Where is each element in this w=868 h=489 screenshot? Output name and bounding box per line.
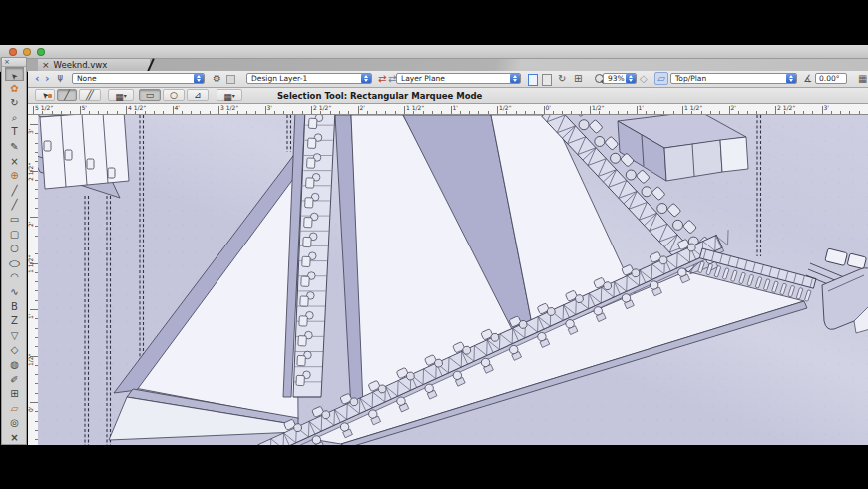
symbol-insert-tool[interactable]: ⊞ — [5, 387, 24, 401]
oval-tool[interactable]: ○ — [5, 256, 24, 270]
multi-view-icon[interactable]: ⊞ — [574, 72, 582, 85]
layer-plane-combobox[interactable]: Layer Plane — [396, 73, 521, 84]
ruler-label: 4' — [175, 104, 180, 111]
rounded-rectangle-tool[interactable]: ▢ — [5, 228, 24, 242]
locus-tool[interactable]: ▱ — [5, 402, 24, 416]
refresh-icon[interactable]: ↻ — [558, 72, 566, 85]
ruler-tick — [70, 111, 71, 114]
polyline-tool[interactable]: ✎ — [5, 140, 24, 154]
angle-icon: ∡ — [803, 72, 812, 85]
ruler-tick — [135, 111, 136, 114]
design-layer-combobox[interactable]: Design Layer-1 — [246, 73, 372, 84]
constraint-icon[interactable]: ▦ — [858, 72, 867, 85]
mode-grid-icon: ▦ — [223, 92, 232, 102]
ruler-tick — [191, 111, 192, 114]
combo-arrows-icon[interactable] — [194, 74, 204, 83]
arc-tool-icon: ◠ — [10, 271, 19, 282]
text-tool[interactable]: T — [5, 125, 24, 139]
ruler-label: 1 1/2" — [406, 104, 424, 111]
ruler-tick — [525, 111, 526, 114]
double-line-tool[interactable]: ╱ — [5, 198, 24, 212]
zoom-tool[interactable]: ⌕ — [5, 111, 24, 125]
ruler-tick — [738, 111, 739, 114]
minimize-window-button[interactable] — [23, 48, 31, 56]
palette-close-icon[interactable]: × — [4, 58, 10, 66]
swap-layers-icon[interactable]: ⇄ — [378, 72, 386, 85]
ruler-tick — [218, 106, 219, 114]
forward-arrow-icon[interactable]: › — [45, 72, 50, 85]
combo-arrows-icon[interactable] — [786, 74, 796, 83]
saved-views-icon[interactable] — [542, 74, 552, 86]
close-window-button[interactable] — [9, 48, 17, 56]
tool-filter-combobox[interactable]: None — [72, 73, 205, 84]
cursor-mode-button[interactable]: ➤ — [35, 89, 55, 101]
line-tool[interactable]: ╱ — [5, 184, 24, 198]
ruler-tick — [80, 106, 81, 114]
oval-tool-icon: ○ — [9, 256, 21, 269]
ruler-tick — [246, 111, 247, 114]
ruler-label: 5' — [82, 104, 87, 111]
ruler-tick — [107, 111, 108, 114]
ruler-tick — [784, 111, 785, 114]
tab-close-icon[interactable]: × — [42, 59, 50, 71]
ruler-tick — [553, 111, 554, 114]
branch-icon[interactable]: ⋔ — [56, 72, 64, 85]
document-tab[interactable]: ×Weeknd.vwx — [38, 59, 150, 71]
ruler-tick — [506, 111, 507, 114]
delete-vertex-tool[interactable]: × — [5, 155, 24, 169]
ruler-tick — [320, 111, 321, 114]
interactive-scaling-button[interactable]: ╱ — [57, 89, 77, 101]
view-combobox[interactable]: Top/Plan — [670, 73, 797, 84]
ruler-tick — [42, 111, 43, 114]
ruler-tick — [330, 111, 331, 114]
freehand-tool[interactable]: ∿ — [5, 285, 24, 299]
triangle-tool[interactable]: ▽ — [5, 329, 24, 343]
ruler-tick — [89, 111, 90, 114]
view-value: Top/Plan — [671, 74, 786, 83]
ruler-tick — [451, 106, 452, 114]
combo-arrows-icon[interactable] — [626, 74, 636, 83]
ruler-tick — [33, 106, 34, 114]
arc-tool[interactable]: ◠ — [5, 270, 24, 284]
ruler-tick — [581, 111, 582, 114]
scaling-mode-group-button[interactable]: ▦▾ — [108, 89, 134, 101]
rotate-tool[interactable]: ◎ — [5, 416, 24, 430]
plan-view-icon[interactable]: ▱ — [654, 72, 668, 85]
mirror-tool[interactable]: × — [5, 431, 24, 445]
attribute-mapping-tool[interactable]: ⊕ — [5, 169, 24, 183]
dual-scaling-button[interactable]: ╱╱ — [79, 89, 101, 101]
zigzag-polyline-tool[interactable]: Z — [5, 314, 24, 328]
ruler-tick — [227, 111, 228, 114]
ruler-tick — [562, 111, 563, 114]
cube-view-icon[interactable]: ◇ — [640, 72, 648, 85]
polygon-b-tool[interactable]: B — [5, 300, 24, 314]
rectangle-tool[interactable]: ▭ — [5, 213, 24, 227]
oval-marquee-button[interactable]: ○ — [163, 89, 185, 101]
flyover-tool[interactable]: ↻ — [5, 96, 24, 110]
selection-tool[interactable]: ➤ — [5, 67, 24, 81]
gear-icon[interactable]: ⚙ — [213, 72, 221, 85]
line-mode-icon: ╱ — [64, 90, 69, 100]
rotate-tool-icon: ◎ — [10, 417, 19, 428]
pan-tool[interactable]: ✿ — [5, 82, 24, 96]
rotation-angle-field[interactable]: 0.00° — [815, 73, 847, 84]
drawing-canvas[interactable] — [38, 115, 868, 445]
circle-tool[interactable]: ○ — [5, 242, 24, 255]
disabled-square-icon — [226, 75, 235, 84]
zoom-window-button[interactable] — [37, 48, 45, 56]
ruler-tick — [794, 111, 795, 114]
combo-arrows-icon[interactable] — [361, 74, 371, 83]
tab-title: Weeknd.vwx — [54, 60, 108, 70]
pencil-tool[interactable]: ✐ — [5, 373, 24, 387]
combo-arrows-icon[interactable] — [510, 74, 520, 83]
back-arrow-icon[interactable]: ‹ — [35, 72, 40, 85]
sphere-tool[interactable]: ◍ — [5, 358, 24, 372]
ruler-tick — [775, 106, 776, 114]
ruler-tick — [358, 106, 359, 114]
rectangular-marquee-button[interactable]: ▭ — [139, 89, 161, 101]
marquee-mode-group-button[interactable]: ▦▾ — [217, 89, 242, 101]
zoom-level-combobox[interactable]: 93% — [603, 73, 637, 84]
regular-polygon-tool[interactable]: ◇ — [5, 343, 24, 357]
new-sheet-icon[interactable] — [528, 74, 538, 86]
polygon-marquee-button[interactable]: ⊿ — [187, 89, 209, 101]
